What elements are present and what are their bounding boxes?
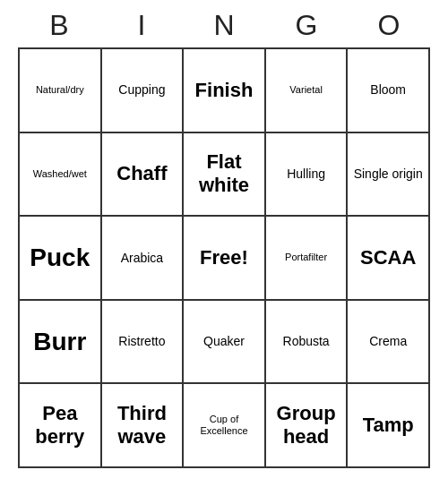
bingo-cell: Hulling — [266, 133, 349, 218]
cell-text: Free! — [200, 246, 248, 269]
bingo-cell: Pea berry — [20, 384, 102, 468]
bingo-cell: Bloom — [348, 49, 430, 133]
bingo-cell: Robusta — [266, 301, 349, 385]
bingo-cell: Finish — [184, 49, 266, 133]
bingo-cell: Crema — [348, 301, 430, 385]
cell-text: Hulling — [287, 167, 325, 182]
cell-text: Washed/wet — [33, 168, 87, 180]
bingo-letter: G — [269, 9, 344, 42]
bingo-letter: N — [186, 9, 262, 42]
bingo-grid: Natural/dryCuppingFinishVarietalBloomWas… — [18, 47, 430, 468]
cell-text: Cupping — [118, 82, 165, 98]
cell-text: Robusta — [283, 334, 330, 349]
cell-text: Pea berry — [23, 402, 97, 449]
cell-text: Portafilter — [285, 252, 327, 263]
cell-text: Natural/dry — [36, 84, 84, 96]
cell-text: Bloom — [370, 82, 406, 98]
bingo-cell: Flat white — [184, 133, 266, 218]
bingo-cell: Puck — [20, 217, 102, 301]
cell-text: Chaff — [116, 162, 167, 185]
bingo-cell: Washed/wet — [20, 133, 102, 218]
cell-text: Crema — [369, 334, 407, 349]
bingo-cell: Chaff — [102, 133, 185, 218]
cell-text: Third wave — [106, 402, 179, 449]
bingo-cell: SCAA — [348, 217, 430, 301]
cell-text: SCAA — [360, 246, 416, 269]
bingo-cell: Cup of Excellence — [184, 384, 266, 468]
bingo-cell: Portafilter — [266, 217, 349, 301]
bingo-cell: Natural/dry — [20, 49, 102, 133]
cell-text: Flat white — [187, 150, 261, 198]
bingo-cell: Group head — [266, 384, 349, 468]
bingo-letter: I — [104, 9, 179, 42]
bingo-cell: Arabica — [102, 217, 185, 301]
bingo-cell: Free! — [184, 217, 266, 301]
bingo-cell: Ristretto — [102, 301, 185, 385]
cell-text: Burr — [33, 327, 86, 357]
bingo-header: BINGO — [18, 0, 430, 47]
bingo-cell: Quaker — [184, 301, 266, 385]
cell-text: Puck — [30, 243, 90, 273]
cell-text: Finish — [195, 79, 254, 102]
bingo-letter: B — [22, 9, 97, 42]
bingo-cell: Burr — [20, 301, 102, 385]
cell-text: Arabica — [121, 251, 163, 266]
bingo-cell: Tamp — [348, 384, 430, 468]
cell-text: Cup of Excellence — [187, 414, 261, 437]
cell-text: Group head — [270, 402, 343, 449]
bingo-letter: O — [351, 9, 426, 42]
cell-text: Quaker — [203, 334, 245, 349]
bingo-cell: Cupping — [102, 49, 185, 133]
bingo-cell: Varietal — [266, 49, 349, 133]
bingo-cell: Third wave — [102, 384, 185, 468]
cell-text: Tamp — [363, 414, 414, 437]
cell-text: Varietal — [289, 84, 322, 96]
bingo-cell: Single origin — [348, 133, 430, 218]
cell-text: Ristretto — [118, 334, 165, 349]
cell-text: Single origin — [354, 167, 423, 182]
